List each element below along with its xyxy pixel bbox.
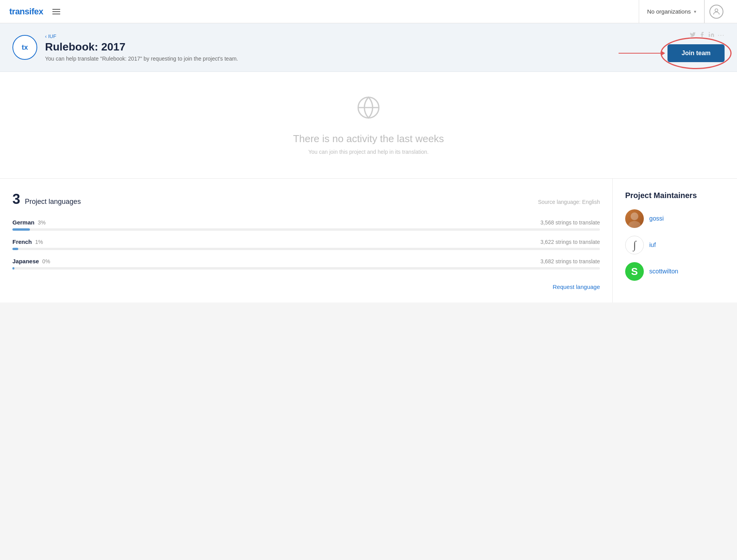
svg-point-0 [715, 9, 718, 11]
lang-name[interactable]: German [12, 219, 35, 226]
lang-name[interactable]: French [12, 238, 32, 245]
progress-bar-fill [12, 248, 18, 250]
project-title: Rulebook: 2017 [45, 41, 238, 53]
lang-strings: 3,622 strings to translate [541, 239, 600, 245]
lang-name[interactable]: Japanese [12, 258, 39, 264]
maintainer-item-iuf: ∫ iuf [625, 236, 725, 254]
arrow-line [619, 53, 661, 54]
arrow-indicator [619, 53, 661, 54]
languages-header: 3 Project languages [12, 191, 81, 207]
progress-bar-bg [12, 267, 600, 270]
lang-pct: 3% [38, 219, 45, 226]
logo[interactable]: transifex [9, 7, 43, 17]
maintainer-name-scottwilton[interactable]: scottwilton [649, 268, 678, 275]
progress-bar-fill [12, 267, 14, 270]
language-row: German 3% 3,568 strings to translate [12, 219, 600, 226]
language-name-area: French 1% [12, 238, 43, 245]
user-avatar-button[interactable] [704, 0, 728, 23]
navbar-right: No organizations ▾ [639, 0, 728, 23]
join-team-button[interactable]: Join team [667, 44, 725, 62]
user-avatar [709, 5, 723, 19]
maintainers-section: Project Maintainers gossi ∫ iuf [613, 179, 737, 303]
project-logo-text: tx [22, 43, 28, 52]
org-selector[interactable]: No organizations ▾ [639, 0, 704, 23]
project-logo: tx [12, 35, 37, 60]
project-info: ‹ IUF Rulebook: 2017 You can help transl… [45, 33, 238, 62]
maintainer-name-iuf[interactable]: iuf [649, 242, 656, 249]
breadcrumb[interactable]: ‹ IUF [45, 33, 238, 39]
maintainer-item-gossi: gossi [625, 209, 725, 228]
org-name: No organizations [647, 8, 691, 15]
svg-point-1 [709, 32, 710, 33]
more-options-icon[interactable]: ··· [718, 31, 725, 39]
facebook-icon[interactable] [699, 31, 705, 39]
arrow-head [661, 51, 665, 56]
language-row: French 1% 3,622 strings to translate [12, 238, 600, 245]
join-team-wrapper: Join team [667, 44, 725, 62]
navbar-left: transifex [9, 7, 62, 17]
lang-strings: 3,682 strings to translate [541, 258, 600, 264]
navbar: transifex No organizations ▾ [0, 0, 737, 23]
bottom-section: 3 Project languages Source language: Eng… [0, 179, 737, 303]
gossi-avatar-img [625, 209, 644, 228]
request-language-link[interactable]: Request language [12, 277, 600, 290]
svg-point-4 [631, 212, 638, 220]
maintainers-title: Project Maintainers [625, 191, 725, 200]
lang-pct: 1% [35, 239, 43, 245]
project-header-left: tx ‹ IUF Rulebook: 2017 You can help tra… [12, 33, 238, 62]
social-icons: ··· [690, 31, 725, 39]
language-row: Japanese 0% 3,682 strings to translate [12, 258, 600, 265]
languages-label: Project languages [25, 198, 81, 206]
twitter-icon[interactable] [690, 31, 696, 39]
project-description: You can help translate "Rulebook: 2017" … [45, 56, 238, 62]
language-item-japanese: Japanese 0% 3,682 strings to translate [12, 258, 600, 270]
globe-icon [12, 95, 725, 125]
language-item-german: German 3% 3,568 strings to translate [12, 219, 600, 231]
maintainer-item-scottwilton: S scottwilton [625, 262, 725, 281]
language-name-area: Japanese 0% [12, 258, 50, 265]
hamburger-icon[interactable] [51, 7, 62, 16]
progress-bar-bg [12, 248, 600, 250]
no-activity-subtitle: You can join this project and help in it… [12, 149, 725, 155]
join-team-area: Join team [619, 44, 725, 62]
maintainer-avatar-scottwilton: S [625, 262, 644, 281]
svg-point-5 [628, 221, 641, 228]
language-count: 3 [12, 191, 20, 207]
linkedin-icon[interactable] [708, 31, 714, 39]
languages-section: 3 Project languages Source language: Eng… [0, 179, 613, 303]
maintainer-avatar-iuf: ∫ [625, 236, 644, 254]
no-activity-title: There is no activity the last weeks [12, 133, 725, 145]
progress-bar-bg [12, 228, 600, 231]
project-header: ··· tx ‹ IUF Rulebook: 2017 You can help… [0, 23, 737, 72]
activity-section: There is no activity the last weeks You … [0, 72, 737, 179]
lang-pct: 0% [42, 258, 50, 264]
main-content: There is no activity the last weeks You … [0, 72, 737, 303]
maintainer-name-gossi[interactable]: gossi [649, 215, 664, 222]
iuf-avatar-symbol: ∫ [633, 239, 636, 251]
language-list: German 3% 3,568 strings to translate Fre… [12, 219, 600, 270]
source-language: Source language: English [538, 199, 600, 205]
scottwilton-avatar-symbol: S [631, 266, 638, 278]
lang-strings: 3,568 strings to translate [541, 219, 600, 226]
progress-bar-fill [12, 228, 30, 231]
language-item-french: French 1% 3,622 strings to translate [12, 238, 600, 250]
maintainer-avatar-gossi [625, 209, 644, 228]
chevron-down-icon: ▾ [694, 9, 696, 14]
language-name-area: German 3% [12, 219, 45, 226]
